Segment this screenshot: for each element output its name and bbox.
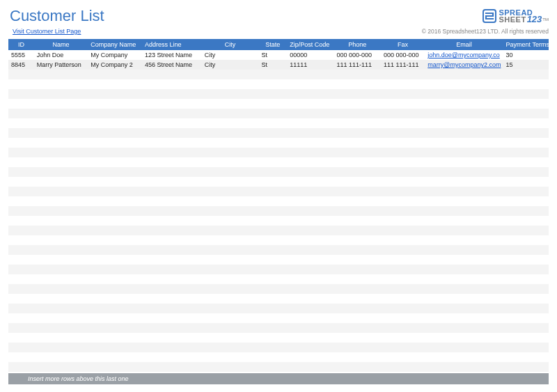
empty-cell[interactable] (88, 70, 142, 79)
empty-cell[interactable] (34, 177, 88, 187)
table-row-empty[interactable] (8, 245, 549, 255)
empty-cell[interactable] (88, 352, 142, 362)
empty-cell[interactable] (142, 265, 202, 274)
empty-cell[interactable] (142, 304, 202, 313)
empty-cell[interactable] (381, 206, 425, 216)
col-header-zip[interactable]: Zip/Post Code (287, 39, 334, 50)
empty-cell[interactable] (202, 265, 259, 274)
empty-cell[interactable] (142, 167, 202, 177)
empty-cell[interactable] (425, 79, 503, 89)
empty-cell[interactable] (503, 196, 549, 206)
empty-cell[interactable] (334, 304, 381, 313)
empty-cell[interactable] (258, 323, 287, 333)
empty-cell[interactable] (88, 177, 142, 187)
empty-cell[interactable] (258, 128, 287, 138)
empty-cell[interactable] (142, 245, 202, 255)
empty-cell[interactable] (258, 206, 287, 216)
empty-cell[interactable] (88, 138, 142, 148)
empty-cell[interactable] (425, 99, 503, 109)
empty-cell[interactable] (334, 138, 381, 148)
empty-cell[interactable] (503, 187, 549, 196)
empty-cell[interactable] (88, 235, 142, 245)
empty-cell[interactable] (334, 187, 381, 196)
empty-cell[interactable] (34, 109, 88, 118)
empty-cell[interactable] (503, 352, 549, 362)
empty-cell[interactable] (202, 128, 259, 138)
empty-cell[interactable] (88, 128, 142, 138)
empty-cell[interactable] (503, 206, 549, 216)
empty-cell[interactable] (142, 89, 202, 99)
empty-cell[interactable] (503, 148, 549, 157)
table-row-empty[interactable] (8, 177, 549, 187)
empty-cell[interactable] (88, 79, 142, 89)
cell-fax[interactable]: 000 000-000 (381, 50, 425, 60)
empty-cell[interactable] (8, 294, 34, 304)
table-row-empty[interactable] (8, 294, 549, 304)
empty-cell[interactable] (8, 245, 34, 255)
empty-cell[interactable] (258, 333, 287, 343)
empty-cell[interactable] (88, 157, 142, 167)
visit-customer-list-link[interactable]: Visit Customer List Page (8, 28, 81, 35)
empty-cell[interactable] (8, 323, 34, 333)
empty-cell[interactable] (202, 138, 259, 148)
empty-cell[interactable] (381, 265, 425, 274)
cell-zip[interactable]: 11111 (287, 60, 334, 70)
empty-cell[interactable] (142, 226, 202, 235)
empty-cell[interactable] (381, 109, 425, 118)
empty-cell[interactable] (287, 352, 334, 362)
empty-cell[interactable] (88, 343, 142, 352)
empty-cell[interactable] (287, 109, 334, 118)
empty-cell[interactable] (287, 216, 334, 226)
empty-cell[interactable] (142, 216, 202, 226)
empty-cell[interactable] (88, 187, 142, 196)
empty-cell[interactable] (142, 235, 202, 245)
empty-cell[interactable] (258, 284, 287, 294)
empty-cell[interactable] (88, 245, 142, 255)
empty-cell[interactable] (8, 362, 34, 372)
empty-cell[interactable] (202, 206, 259, 216)
table-row-empty[interactable] (8, 216, 549, 226)
empty-cell[interactable] (287, 148, 334, 157)
table-row-empty[interactable] (8, 362, 549, 372)
email-link[interactable]: marry@mycompany2.com (427, 61, 501, 68)
empty-cell[interactable] (258, 245, 287, 255)
empty-cell[interactable] (425, 352, 503, 362)
table-row-empty[interactable] (8, 284, 549, 294)
empty-cell[interactable] (425, 235, 503, 245)
col-header-company[interactable]: Company Name (88, 39, 142, 50)
empty-cell[interactable] (258, 352, 287, 362)
empty-cell[interactable] (142, 343, 202, 352)
empty-cell[interactable] (88, 206, 142, 216)
empty-cell[interactable] (142, 70, 202, 79)
empty-cell[interactable] (142, 128, 202, 138)
empty-cell[interactable] (258, 138, 287, 148)
empty-cell[interactable] (258, 157, 287, 167)
empty-cell[interactable] (202, 118, 259, 128)
empty-cell[interactable] (8, 274, 34, 284)
table-row-empty[interactable] (8, 118, 549, 128)
empty-cell[interactable] (34, 79, 88, 89)
empty-cell[interactable] (381, 333, 425, 343)
empty-cell[interactable] (381, 245, 425, 255)
empty-cell[interactable] (202, 99, 259, 109)
cell-company[interactable]: My Company (88, 50, 142, 60)
empty-cell[interactable] (503, 118, 549, 128)
empty-cell[interactable] (88, 304, 142, 313)
empty-cell[interactable] (202, 216, 259, 226)
cell-terms[interactable]: 15 (503, 60, 549, 70)
table-row-empty[interactable] (8, 235, 549, 245)
empty-cell[interactable] (34, 138, 88, 148)
empty-cell[interactable] (88, 226, 142, 235)
email-link[interactable]: john.doe@mycompany.co (427, 52, 500, 58)
empty-cell[interactable] (202, 70, 259, 79)
empty-cell[interactable] (8, 138, 34, 148)
empty-cell[interactable] (381, 196, 425, 206)
empty-cell[interactable] (258, 187, 287, 196)
empty-cell[interactable] (334, 352, 381, 362)
col-header-terms[interactable]: Payment Terms (503, 39, 549, 50)
empty-cell[interactable] (258, 216, 287, 226)
cell-address[interactable]: 123 Street Name (142, 50, 202, 60)
empty-cell[interactable] (88, 89, 142, 99)
empty-cell[interactable] (334, 255, 381, 265)
empty-cell[interactable] (88, 167, 142, 177)
